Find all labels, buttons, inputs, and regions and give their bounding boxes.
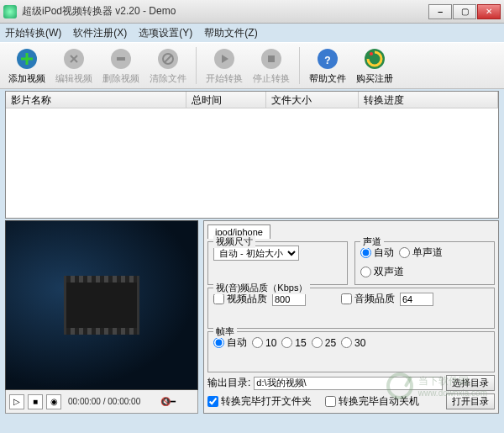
preview-panel: ▷ ■ ◉ 00:00:00 / 00:00:00 🔇━ <box>5 220 198 414</box>
col-progress[interactable]: 转换进度 <box>359 92 498 108</box>
menu-help[interactable]: 帮助文件(Z) <box>204 26 257 40</box>
svg-text:?: ? <box>324 55 330 66</box>
menu-start[interactable]: 开始转换(W) <box>5 26 61 40</box>
col-duration[interactable]: 总时间 <box>186 92 266 108</box>
buy-register-icon <box>363 47 386 71</box>
svg-point-12 <box>370 52 373 55</box>
fps-30[interactable]: 30 <box>341 337 365 349</box>
svg-rect-3 <box>117 57 125 61</box>
shutdown-after-check[interactable]: 转换完毕自动关机 <box>325 394 419 409</box>
open-folder-button[interactable]: 打开目录 <box>446 393 495 409</box>
delete-video-button[interactable]: 删除视频 <box>99 45 143 87</box>
help-button[interactable]: ? 帮助文件 <box>306 45 349 87</box>
stop-convert-button[interactable]: 停止转换 <box>249 45 293 87</box>
menubar: 开始转换(W) 软件注册(X) 选项设置(Y) 帮助文件(Z) <box>0 24 504 42</box>
maximize-button[interactable]: ▢ <box>453 4 476 19</box>
audio-channel-group: 声道 自动 单声道 双声道 <box>354 241 495 285</box>
add-video-icon <box>15 47 39 71</box>
edit-video-button[interactable]: 编辑视频 <box>52 45 96 87</box>
video-preview <box>5 220 198 390</box>
video-list[interactable]: 影片名称 总时间 文件大小 转换进度 <box>5 91 499 219</box>
toolbar-separator <box>196 47 197 84</box>
filmstrip-icon <box>64 276 139 335</box>
start-convert-button[interactable]: 开始转换 <box>202 45 246 87</box>
add-video-button[interactable]: 添加视频 <box>5 45 49 87</box>
close-button[interactable]: ✕ <box>477 4 501 19</box>
menu-register[interactable]: 软件注册(X) <box>73 26 127 40</box>
titlebar: 超级iPod视频转换器 v2.20 - Demo ‒ ▢ ✕ <box>0 0 504 24</box>
col-name[interactable]: 影片名称 <box>6 92 186 108</box>
time-display: 00:00:00 / 00:00:00 <box>68 397 140 406</box>
player-controls: ▷ ■ ◉ 00:00:00 / 00:00:00 🔇━ <box>5 390 198 414</box>
clear-files-button[interactable]: 清除文件 <box>146 45 190 87</box>
start-convert-icon <box>213 47 236 71</box>
settings-panel: ipod/iphone 视频尺寸 自动 - 初始大小 声道 自动 单声道 双声道… <box>203 220 499 414</box>
open-folder-after-check[interactable]: 转换完毕打开文件夹 <box>207 394 312 409</box>
help-icon: ? <box>316 47 339 71</box>
volume-control[interactable]: 🔇━ <box>160 397 194 406</box>
stop-convert-icon <box>260 47 283 71</box>
video-size-group: 视频尺寸 自动 - 初始大小 <box>207 241 348 285</box>
toolbar-separator <box>299 47 300 84</box>
snapshot-button[interactable]: ◉ <box>46 394 61 409</box>
fps-15[interactable]: 15 <box>281 337 306 349</box>
fps-10[interactable]: 10 <box>252 337 276 349</box>
window-title: 超级iPod视频转换器 v2.20 - Demo <box>22 4 428 18</box>
audio-mono[interactable]: 单声道 <box>399 246 443 260</box>
svg-rect-8 <box>268 55 275 62</box>
output-path-input[interactable] <box>254 377 443 390</box>
list-header: 影片名称 总时间 文件大小 转换进度 <box>6 92 498 108</box>
audio-quality-check[interactable]: 音频品质 <box>341 292 395 306</box>
clear-files-icon <box>156 47 180 71</box>
audio-quality-input[interactable] <box>400 293 433 306</box>
fps-25[interactable]: 25 <box>312 337 336 349</box>
edit-video-icon <box>62 47 86 71</box>
choose-folder-button[interactable]: 选择目录 <box>446 375 495 391</box>
menu-options[interactable]: 选项设置(Y) <box>139 26 192 40</box>
app-icon <box>3 5 17 18</box>
toolbar: 添加视频 编辑视频 删除视频 清除文件 开始转换 停止转换 ? 帮助文件 购买注… <box>0 42 504 89</box>
audio-stereo[interactable]: 双声道 <box>360 265 404 279</box>
stop-button[interactable]: ■ <box>28 394 43 409</box>
buy-register-button[interactable]: 购买注册 <box>353 45 396 87</box>
output-label: 输出目录: <box>207 376 250 390</box>
delete-video-icon <box>109 47 133 71</box>
col-size[interactable]: 文件大小 <box>266 92 359 108</box>
play-button[interactable]: ▷ <box>9 394 24 409</box>
quality-group: 视(音)频品质（Kbps） 视频品质 音频品质 <box>207 288 495 329</box>
fps-group: 帧率 自动 10 15 25 30 <box>207 331 495 372</box>
minimize-button[interactable]: ‒ <box>428 4 452 19</box>
